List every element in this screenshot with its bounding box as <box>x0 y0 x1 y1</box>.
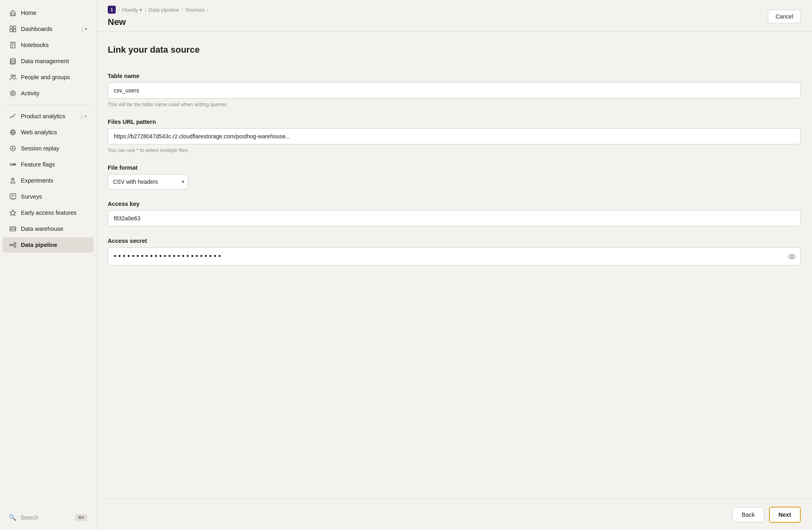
svg-marker-29 <box>10 210 16 216</box>
dashboards-chevron-icon[interactable]: ▾ <box>85 26 87 32</box>
early-access-icon <box>9 209 17 217</box>
files-url-label: Files URL pattern <box>108 119 801 125</box>
session-replay-icon <box>9 144 17 152</box>
svg-point-10 <box>14 75 16 77</box>
table-name-hint: This will be the table name used when wr… <box>108 102 801 107</box>
people-icon <box>9 73 17 81</box>
svg-line-37 <box>12 245 14 246</box>
file-format-group: File format CSV with headers CSV without… <box>108 164 801 189</box>
sidebar-item-label: Surveys <box>21 193 87 200</box>
secret-wrapper <box>108 247 801 265</box>
sidebar-item-label: Data warehouse <box>21 226 87 232</box>
header: 1 / Howdy ▾ / Data pipeline / Sources / … <box>96 0 812 32</box>
sidebar-item-experiments[interactable]: Experiments <box>2 173 94 188</box>
files-url-group: Files URL pattern You can use * to selec… <box>108 119 801 153</box>
next-button[interactable]: Next <box>769 507 801 523</box>
sep2: / <box>145 7 146 13</box>
feature-flags-icon <box>9 160 17 168</box>
file-format-select[interactable]: CSV with headers CSV without headers Par… <box>108 174 188 189</box>
sidebar-item-label: Home <box>21 10 87 16</box>
sidebar-item-data-warehouse[interactable]: Data warehouse <box>2 221 94 236</box>
toggle-secret-visibility-button[interactable] <box>788 253 796 261</box>
svg-point-35 <box>14 245 16 247</box>
sidebar-item-feature-flags[interactable]: Feature flags <box>2 157 94 172</box>
file-format-label: File format <box>108 164 801 171</box>
notebooks-icon <box>9 41 17 49</box>
svg-rect-0 <box>10 26 12 29</box>
svg-point-11 <box>10 91 16 96</box>
sidebar-item-early-access[interactable]: Early access features <box>2 205 94 220</box>
breadcrumb-sources[interactable]: Sources <box>185 7 205 13</box>
eye-icon <box>788 253 796 261</box>
sidebar: Home Dashboards | ▾ Notebooks <box>0 0 96 530</box>
svg-point-9 <box>11 75 13 77</box>
footer: Back Next <box>96 499 812 530</box>
files-url-hint: You can use * to select multiple files. <box>108 148 801 153</box>
sidebar-item-data-pipeline[interactable]: Data pipeline <box>2 237 94 253</box>
access-key-label: Access key <box>108 201 801 207</box>
svg-marker-21 <box>12 147 14 149</box>
back-button[interactable]: Back <box>732 507 764 522</box>
sidebar-item-people-groups[interactable]: People and groups <box>2 70 94 85</box>
svg-rect-2 <box>10 29 12 32</box>
svg-point-12 <box>12 92 14 94</box>
product-analytics-plus-icon[interactable]: + <box>84 113 87 119</box>
svg-line-36 <box>12 244 14 245</box>
sidebar-item-label: Notebooks <box>21 42 87 48</box>
breadcrumb-top: 1 / Howdy ▾ / Data pipeline / Sources / <box>108 6 209 14</box>
sidebar-item-label: Activity <box>21 90 87 97</box>
product-analytics-icon <box>9 112 17 120</box>
search-icon: 🔍 <box>9 514 16 521</box>
sidebar-item-label: Data management <box>21 58 87 64</box>
svg-line-15 <box>12 115 14 117</box>
access-key-group: Access key <box>108 201 801 226</box>
sidebar-item-web-analytics[interactable]: Web analytics <box>2 125 94 140</box>
breadcrumb-data-pipeline[interactable]: Data pipeline <box>149 7 179 13</box>
sidebar-item-notebooks[interactable]: Notebooks <box>2 37 94 53</box>
data-management-icon <box>9 57 17 65</box>
sidebar-item-activity[interactable]: Activity <box>2 86 94 101</box>
files-url-input[interactable] <box>108 128 801 144</box>
divider-pipe2: | <box>81 113 82 119</box>
sidebar-item-surveys[interactable]: Surveys <box>2 189 94 204</box>
main-content: 1 / Howdy ▾ / Data pipeline / Sources / … <box>96 0 812 530</box>
cancel-button[interactable]: Cancel <box>768 10 801 23</box>
svg-rect-30 <box>10 227 16 231</box>
sep3: / <box>182 7 183 13</box>
access-secret-label: Access secret <box>108 238 801 244</box>
experiments-icon <box>9 177 17 185</box>
sidebar-item-data-management[interactable]: Data management <box>2 53 94 69</box>
table-name-input[interactable] <box>108 82 801 99</box>
svg-line-13 <box>10 116 11 118</box>
access-key-input[interactable] <box>108 210 801 226</box>
access-secret-input[interactable] <box>108 247 801 265</box>
svg-point-38 <box>789 255 795 259</box>
breadcrumb-howdy[interactable]: Howdy ▾ <box>122 7 142 13</box>
sidebar-item-dashboards[interactable]: Dashboards | ▾ <box>2 21 94 37</box>
sidebar-item-home[interactable]: Home <box>2 5 94 21</box>
svg-rect-26 <box>10 194 16 199</box>
svg-point-39 <box>791 255 793 257</box>
search-shortcut-badge: ⌘K <box>75 514 87 521</box>
svg-rect-3 <box>13 29 16 32</box>
data-pipeline-icon <box>9 241 17 249</box>
sidebar-item-label: Data pipeline <box>21 242 87 248</box>
sidebar-item-label: Session replay <box>21 145 87 152</box>
svg-rect-1 <box>13 26 16 29</box>
sep1: / <box>118 7 120 13</box>
activity-icon <box>9 89 17 97</box>
sidebar-item-label: People and groups <box>21 74 87 80</box>
sidebar-item-session-replay[interactable]: Session replay <box>2 141 94 156</box>
svg-rect-22 <box>10 164 13 165</box>
data-warehouse-icon <box>9 225 17 233</box>
sidebar-divider <box>5 105 91 105</box>
search-label: Search <box>21 514 71 521</box>
page-title: New <box>108 17 126 27</box>
sidebar-item-product-analytics[interactable]: Product analytics | + <box>2 109 94 124</box>
svg-point-8 <box>10 58 16 60</box>
sidebar-item-label: Experiments <box>21 177 87 184</box>
sidebar-item-label: Early access features <box>21 210 87 216</box>
search-row[interactable]: 🔍 Search ⌘K <box>2 510 94 525</box>
access-secret-group: Access secret <box>108 238 801 265</box>
svg-point-34 <box>14 242 16 244</box>
